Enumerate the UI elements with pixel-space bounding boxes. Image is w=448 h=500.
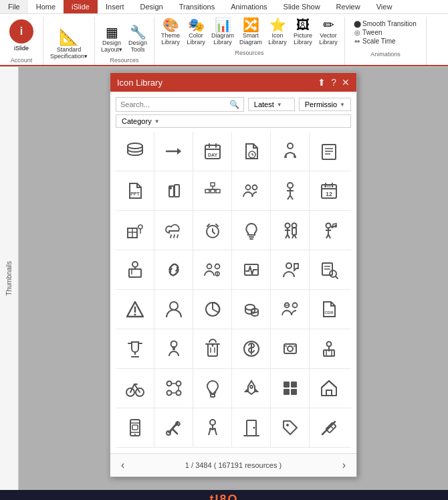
smart-diagram-label: SmartDiagram — [239, 32, 262, 46]
svg-text:DAY: DAY — [207, 153, 217, 157]
design-tools-button[interactable]: 🔧 DesignTools — [126, 24, 150, 54]
icon-lightbulb[interactable] — [232, 211, 271, 250]
icon-hot-air-balloon[interactable] — [193, 369, 232, 408]
icon-process-chain[interactable] — [154, 369, 193, 408]
icon-search-doc[interactable] — [310, 250, 348, 289]
icon-office-desk[interactable] — [310, 329, 348, 368]
design-layout-button[interactable]: ▦ DesignLayout▾ — [99, 24, 124, 54]
icon-document-clock[interactable] — [232, 132, 271, 171]
tab-review[interactable]: Review — [328, 0, 368, 13]
icon-cdr-file[interactable]: CDR — [310, 290, 348, 329]
close-icon[interactable]: ✕ — [342, 77, 350, 88]
icon-syringe[interactable] — [310, 408, 348, 447]
icon-rain-cloud[interactable] — [154, 211, 193, 250]
dialog-title: Icon Library — [117, 78, 162, 88]
ribbon-group-animations: ⬤ Smooth Transition ◎ Tween ⇔ Scale Time… — [345, 17, 427, 65]
prev-page-button[interactable]: ‹ — [117, 458, 128, 473]
svg-line-49 — [177, 235, 178, 238]
icon-org-chart[interactable] — [193, 171, 232, 210]
icon-row-5: CDR — [116, 290, 351, 329]
help-icon[interactable]: ? — [331, 77, 336, 88]
icon-person-standing[interactable] — [271, 171, 310, 210]
color-library-label: ColorLibrary — [187, 32, 205, 46]
icon-warning[interactable] — [116, 290, 154, 329]
icon-grid-tiles[interactable] — [271, 369, 310, 408]
icon-team-settings[interactable] — [193, 250, 232, 289]
icon-tag-price[interactable] — [271, 408, 310, 447]
icon-dollar-circle[interactable] — [271, 329, 310, 368]
tab-home[interactable]: Home — [28, 0, 64, 13]
icon-building-person[interactable] — [116, 211, 154, 250]
sort-dropdown[interactable]: Latest ▼ — [248, 98, 295, 111]
category-filter-button[interactable]: Category ▼ — [116, 114, 351, 128]
icon-newspaper[interactable] — [310, 132, 348, 171]
icon-database[interactable] — [116, 132, 154, 171]
svg-point-124 — [176, 391, 181, 396]
ribbon: File Home iSlide Insert Design Transitio… — [0, 0, 448, 67]
tab-slideshow[interactable]: Slide Show — [275, 0, 328, 13]
svg-point-77 — [215, 264, 219, 269]
search-box[interactable]: 🔍 — [116, 97, 244, 112]
icon-couple[interactable] — [271, 211, 310, 250]
icon-worker-group[interactable] — [271, 290, 310, 329]
vector-library-label: VectorLibrary — [319, 32, 338, 46]
standard-spec-button[interactable]: 📐 StandardSpecification▾ — [47, 27, 90, 61]
icon-pie-chart[interactable] — [193, 290, 232, 329]
icon-chain-links[interactable] — [154, 250, 193, 289]
icon-ppt-doc[interactable]: PPT — [116, 171, 154, 210]
tab-insert[interactable]: Insert — [98, 0, 132, 13]
color-library-button[interactable]: 🎭 ColorLibrary — [184, 17, 208, 47]
tab-view[interactable]: View — [368, 0, 401, 13]
theme-library-button[interactable]: 🎨 ThemeLibrary — [158, 17, 183, 47]
search-input[interactable] — [120, 100, 229, 108]
svg-rect-138 — [326, 390, 332, 396]
icon-trophy[interactable] — [116, 329, 154, 368]
icon-dollar-sign[interactable] — [232, 329, 271, 368]
icon-library-icon: ⭐ — [269, 18, 286, 31]
smooth-transition-item[interactable]: ⬤ Smooth Transition — [354, 19, 417, 28]
tab-animations[interactable]: Animations — [223, 0, 275, 13]
svg-point-121 — [166, 382, 171, 386]
diagram-library-button[interactable]: 📊 DiagramLibrary — [209, 17, 236, 47]
icon-rocket[interactable] — [232, 369, 271, 408]
icon-alarm-clock[interactable] — [193, 211, 232, 250]
svg-point-153 — [253, 427, 255, 429]
icon-person-speech[interactable] — [271, 250, 310, 289]
smart-diagram-button[interactable]: 🔀 SmartDiagram — [237, 17, 264, 47]
icon-tools-wrench[interactable] — [154, 408, 193, 447]
icon-calendar-12[interactable]: Feb12 — [310, 171, 348, 210]
icon-books[interactable] — [154, 171, 193, 210]
svg-point-71 — [334, 225, 337, 228]
tab-islide[interactable]: iSlide — [64, 0, 98, 13]
tab-file[interactable]: File — [0, 0, 28, 13]
icon-library-button[interactable]: ⭐ IconLibrary — [265, 17, 290, 47]
icon-person-avatar[interactable] — [154, 290, 193, 329]
icon-music-person[interactable] — [310, 211, 348, 250]
vector-library-button[interactable]: ✏ VectorLibrary — [316, 17, 340, 47]
icon-chart-ecg[interactable] — [232, 250, 271, 289]
icon-mobile-photo[interactable] — [116, 408, 154, 447]
icon-coins[interactable] — [232, 290, 271, 329]
icon-woman-standing[interactable] — [193, 408, 232, 447]
tween-item[interactable]: ◎ Tween — [354, 28, 417, 37]
tab-transitions[interactable]: Transitions — [171, 0, 223, 13]
scale-time-item[interactable]: ⇔ Scale Time — [354, 37, 417, 46]
icon-calendar-day[interactable]: DAY — [193, 132, 232, 171]
tab-design[interactable]: Design — [132, 0, 171, 13]
upload-icon[interactable]: ⬆ — [318, 77, 326, 88]
icon-house[interactable] — [310, 369, 348, 408]
icon-people-chart[interactable] — [271, 132, 310, 171]
filter-dropdown[interactable]: Permissio ▼ — [299, 98, 351, 111]
content-area: Icon Library ⬆ ? ✕ 🔍 Latest ▼ Per — [19, 67, 448, 490]
icon-people-group[interactable] — [232, 171, 271, 210]
svg-point-70 — [331, 226, 334, 228]
icon-door[interactable] — [232, 408, 271, 447]
icon-presenter[interactable] — [116, 250, 154, 289]
picture-library-button[interactable]: 🖼 PictureLibrary — [291, 17, 315, 47]
next-page-button[interactable]: › — [338, 458, 350, 473]
icon-recycle-bin[interactable] — [193, 329, 232, 368]
icon-person-tie[interactable] — [154, 329, 193, 368]
icon-arrow-right[interactable] — [154, 132, 193, 171]
islide-main-button[interactable]: i iSlide — [4, 17, 39, 54]
icon-bicycle[interactable] — [116, 369, 154, 408]
